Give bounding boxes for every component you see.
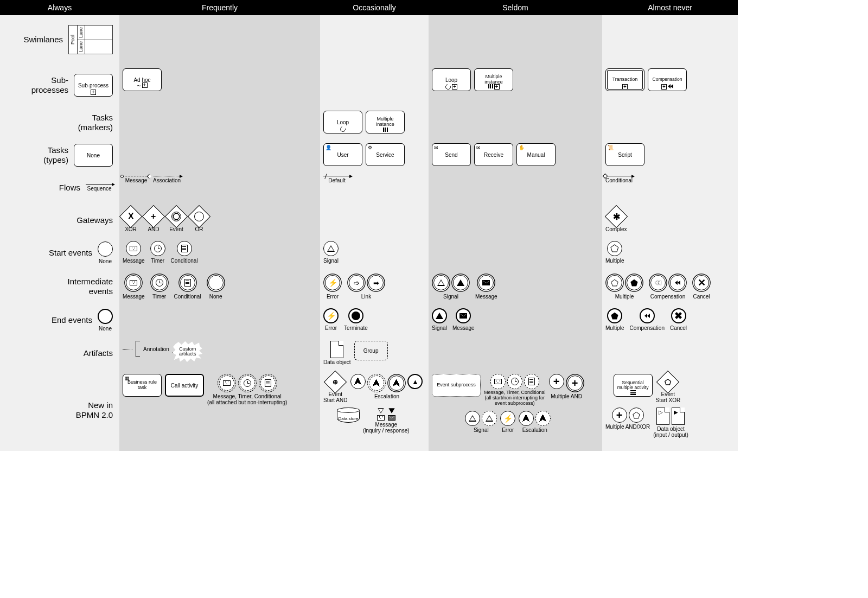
- cell: [602, 106, 738, 139]
- data-object-icon: [330, 341, 343, 358]
- cell: Annotation Custom artifacts: [119, 336, 320, 370]
- script-task-icon: 📜Script: [605, 143, 644, 166]
- complex-gateway-icon: ✱: [605, 205, 628, 228]
- cell: [429, 204, 602, 237]
- compensation-inter-catch-icon: [650, 275, 666, 290]
- cell: [602, 15, 738, 64]
- bpmn-frequency-matrix: Always Frequently Occasionally Seldom Al…: [0, 0, 738, 451]
- send-task-icon: ✉Send: [432, 143, 471, 166]
- ni-message-icon: [219, 376, 234, 391]
- multi-task-icon: Multiple instance: [366, 111, 405, 133]
- cell: [429, 106, 602, 139]
- pool-icon: Pool Lane Lane: [68, 25, 113, 54]
- cell: [119, 139, 320, 171]
- cell: ✱Complex: [602, 204, 738, 237]
- multiple-start-icon: ⬠: [607, 241, 622, 256]
- call-activity-icon: Call activity: [165, 374, 204, 397]
- cell: [119, 15, 320, 64]
- group-icon: Group: [354, 341, 388, 360]
- business-rule-task-icon: ▦Business rule task: [123, 374, 162, 397]
- loop-subprocess-icon: Loop +: [432, 68, 471, 91]
- cell: [429, 171, 602, 204]
- row-intermediate-events: Intermediate events: [0, 269, 119, 304]
- cell: ⬠ ⬟ Multiple Compensation ✕Cancel: [602, 269, 738, 304]
- message-flow-icon: [123, 176, 150, 176]
- signal-start-icon: [323, 241, 339, 256]
- col-almost-never: Almost never: [602, 0, 738, 15]
- link-catch-icon: ➩: [349, 275, 364, 290]
- multiple-and-xor-pent-icon: ⬠: [629, 408, 644, 423]
- row-tasks-types: Tasks (types) None: [0, 139, 119, 171]
- and-gateway-icon: +: [142, 205, 165, 228]
- sequence-flow-icon: [86, 184, 113, 185]
- default-flow-icon: [323, 176, 350, 176]
- timer-inter-icon: [152, 275, 167, 290]
- es-message-icon: [490, 374, 506, 389]
- xor-gateway-icon: X: [119, 205, 142, 228]
- row-start-events: Start events None: [0, 237, 119, 269]
- row-swimlanes: Swimlanes Pool Lane Lane: [0, 15, 119, 64]
- cell: [320, 204, 429, 237]
- cell: Data object Group: [320, 336, 429, 370]
- annotation-connector-icon: [123, 349, 132, 349]
- cell: Signal: [320, 237, 429, 269]
- escalation-es-ni-icon: ⮝: [535, 411, 551, 426]
- cell: ⬠Multiple: [602, 237, 738, 269]
- none-end-icon: [98, 309, 113, 324]
- cell: ⚡Error ➩ ➡ Link: [320, 269, 429, 304]
- ni-timer-icon: [240, 376, 255, 391]
- subprocess-icon: Sub-process +: [74, 74, 113, 97]
- cell: ⊕Event Start AND ⮝ ⮝ ⮝ ▲ Escalation Data…: [320, 370, 429, 451]
- or-gateway-icon: [188, 205, 210, 228]
- conditional-flow-icon: [605, 176, 633, 176]
- es-timer-icon: [507, 374, 522, 389]
- cell: XXOR +AND Event OR: [119, 204, 320, 237]
- data-store-icon: Data store: [337, 408, 360, 423]
- event-gateway-icon: [165, 205, 188, 228]
- user-task-icon: 👤User: [323, 143, 362, 166]
- multiple-inter-catch-icon: ⬠: [607, 275, 622, 290]
- cell: Message Timer Conditional: [119, 237, 320, 269]
- cell: Message Timer Conditional None: [119, 269, 320, 304]
- cell: [429, 336, 602, 370]
- cell: Signal Message: [429, 269, 602, 304]
- cell: Event subprocess Message, Timer, Conditi…: [429, 370, 602, 451]
- cell: [119, 106, 320, 139]
- cell: Default: [320, 171, 429, 204]
- cell: Loop Multiple instance: [320, 106, 429, 139]
- col-seldom: Seldom: [429, 0, 602, 15]
- cell: ✉Send ✉Receive ✋Manual: [429, 139, 602, 171]
- message-end-icon: [456, 308, 471, 323]
- cell: 📜Script: [602, 139, 738, 171]
- association-flow-icon: [154, 176, 181, 176]
- cancel-inter-icon: ✕: [694, 275, 709, 290]
- row-subprocesses: Sub- processes Sub-process +: [0, 64, 119, 106]
- cell: ⚡Error Terminate: [320, 304, 429, 336]
- transaction-icon: Transaction +: [605, 68, 644, 91]
- cell: [320, 15, 429, 64]
- compensation-subprocess-icon: Compensation +: [648, 68, 687, 91]
- cancel-end-icon: ✖: [671, 308, 686, 323]
- escalation-start-icon: ⮝: [350, 374, 366, 389]
- cell: Loop + Multiple instance +: [429, 64, 602, 106]
- annotation-icon: [136, 341, 140, 357]
- none-start-icon: [98, 241, 113, 257]
- manual-task-icon: ✋Manual: [516, 143, 556, 166]
- col-occasionally: Occasionally: [320, 0, 429, 15]
- cell: Transaction + Compensation +: [602, 64, 738, 106]
- multiple-inter-throw-icon: ⬟: [627, 275, 642, 290]
- cell: Conditional: [602, 171, 738, 204]
- receive-task-icon: ✉Receive: [474, 143, 513, 166]
- signal-inter-catch-icon: [433, 275, 449, 290]
- signal-end-icon: [432, 308, 447, 323]
- conditional-inter-icon: [180, 275, 195, 290]
- col-frequently: Frequently: [119, 0, 320, 15]
- loop-task-icon: Loop: [323, 111, 362, 133]
- link-throw-icon: ➡: [368, 275, 384, 290]
- escalation-ni-icon: ⮝: [369, 376, 384, 391]
- signal-es-start-icon: [465, 411, 480, 426]
- multiple-and-xor-plus-icon: +: [612, 408, 627, 423]
- terminate-end-icon: [348, 308, 363, 323]
- message-start-icon: [126, 241, 141, 256]
- ni-conditional-icon: [260, 376, 276, 391]
